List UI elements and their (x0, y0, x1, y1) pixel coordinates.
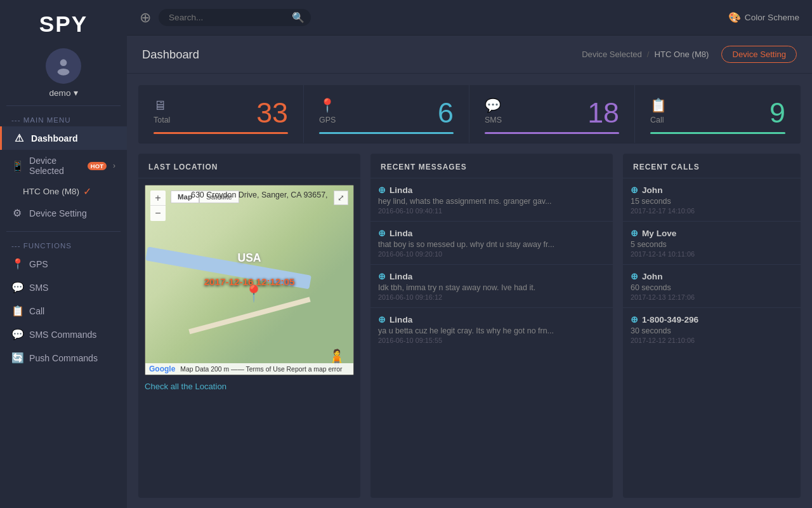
call-time-1: 2017-12-14 10:11:06 (631, 250, 793, 258)
plus-icon[interactable]: ⊕ (140, 9, 151, 26)
sms-commands-icon: 💬 (11, 328, 23, 340)
contact-icon: ⊕ (378, 185, 386, 195)
dashboard-icon: ⚠ (13, 132, 25, 144)
msg-time-2: 2016-06-10 09:16:12 (378, 293, 605, 301)
sidebar-item-call[interactable]: 📋 Call (0, 299, 127, 323)
stat-cards: 🖥 Total 33 📍 GPS 6 💬 SMS 18 📋 Call 9 (138, 85, 801, 144)
map-country-label: USA (237, 251, 261, 265)
color-scheme-label: Color Scheme (745, 13, 799, 22)
msg-text-1: that boy is so messed up. why dnt u stay… (378, 240, 556, 249)
recent-messages-title: RECENT MESSAGES (370, 154, 613, 178)
sidebar-item-label: Dashboard (31, 133, 78, 144)
map-controls: + − (150, 190, 166, 221)
msg-time-1: 2016-06-10 09:20:10 (378, 250, 605, 258)
contact-icon: ⊕ (631, 185, 638, 195)
recent-calls-title: RECENT CALLS (623, 154, 801, 178)
messages-list: ⊕ Linda hey lind, whats the assignment m… (370, 178, 613, 351)
avatar (46, 48, 81, 84)
last-location-body: USA 2017-12-16 12:12:05 📍 🧍 + − Map Sate… (138, 178, 360, 498)
contact-icon: ⊕ (378, 314, 386, 324)
sidebar-item-push-commands[interactable]: 🔄 Push Commands (0, 346, 127, 370)
user-avatar-wrap: demo ▾ (0, 43, 127, 102)
stat-bar-sms (485, 132, 619, 134)
sidebar-item-label: Device Setting (29, 208, 87, 218)
sidebar-item-device-selected[interactable]: 📱 Device Selected HOT › (0, 150, 127, 182)
functions-label: --- FUNCTIONS (0, 236, 127, 252)
call-contact-2: ⊕ John (631, 271, 793, 281)
call-duration-2: 60 seconds (631, 283, 793, 292)
check-icon: ✓ (83, 185, 91, 197)
msg-time-3: 2016-06-10 09:15:55 (378, 337, 605, 344)
stat-bar-total (154, 132, 288, 134)
main-content: ⊕ 🔍 🎨 Color Scheme Dashboard Device Sele… (127, 0, 812, 508)
contact-icon: ⊕ (631, 228, 638, 238)
sidebar-item-device-setting[interactable]: ⚙ Device Setting (0, 201, 127, 225)
main-menu-label: --- MAIN MENU (0, 110, 127, 126)
sidebar-device-sub[interactable]: HTC One (M8) ✓ (0, 182, 127, 201)
breadcrumb-slash: / (647, 50, 650, 59)
map-zoom-out-button[interactable]: − (150, 206, 166, 221)
recent-messages-panel: RECENT MESSAGES ⊕ Linda hey lind, whats … (370, 154, 613, 498)
call-duration-0: 15 seconds (631, 197, 793, 206)
map-expand-button[interactable]: ⤢ (334, 190, 348, 205)
svg-point-0 (60, 59, 67, 66)
page-title: Dashboard (142, 48, 199, 62)
topbar: ⊕ 🔍 🎨 Color Scheme (127, 0, 812, 36)
sidebar-item-sms-commands[interactable]: 💬 SMS Commands (0, 323, 127, 346)
list-item[interactable]: ⊕ My Love 5 seconds 2017-12-14 10:11:06 (623, 222, 801, 265)
search-wrap: 🔍 (159, 9, 311, 26)
stat-label-call: Call (650, 116, 785, 124)
calls-list: ⊕ John 15 seconds 2017-12-17 14:10:06 ⊕ … (623, 178, 801, 351)
stat-card-gps: 📍 GPS 6 (304, 85, 469, 143)
list-item[interactable]: ⊕ John 60 seconds 2017-12-13 12:17:06 (623, 265, 801, 308)
msg-contact-1: ⊕ Linda (378, 228, 605, 238)
list-item[interactable]: ⊕ Linda hey lind, whats the assignment m… (370, 178, 613, 222)
username: demo ▾ (49, 88, 77, 98)
list-item[interactable]: ⊕ Linda that boy is so messed up. why dn… (370, 222, 613, 265)
sidebar: SPY demo ▾ --- MAIN MENU ⚠ Dashboard 📱 D… (0, 0, 127, 508)
list-item[interactable]: ⊕ 1-800-349-296 30 seconds 2017-12-12 21… (623, 308, 801, 351)
search-input[interactable] (159, 9, 311, 26)
list-item[interactable]: ⊕ Linda ya u betta cuz he legit cray. It… (370, 308, 613, 351)
last-location-title: LAST LOCATION (138, 154, 360, 178)
map-marker-icon: 📍 (244, 284, 264, 303)
page-header: Dashboard Device Selected / HTC One (M8)… (127, 36, 812, 74)
recent-calls-panel: RECENT CALLS ⊕ John 15 seconds 2017-12-1… (623, 154, 801, 498)
device-setting-button[interactable]: Device Setting (721, 46, 797, 63)
list-item[interactable]: ⊕ Linda Idk tbh, imma try n stay away no… (370, 265, 613, 308)
sidebar-item-label: GPS (29, 259, 48, 269)
msg-time-0: 2016-06-10 09:40:11 (378, 207, 605, 215)
call-time-0: 2017-12-17 14:10:06 (631, 207, 793, 215)
map-footer: Google Map Data 200 m —— Terms of Use Re… (145, 363, 353, 375)
call-duration-3: 30 seconds (631, 326, 793, 335)
map-zoom-in-button[interactable]: + (150, 190, 166, 206)
call-time-2: 2017-12-13 12:17:06 (631, 293, 793, 301)
msg-text-3: ya u betta cuz he legit cray. Its why he… (378, 326, 556, 335)
map-container[interactable]: USA 2017-12-16 12:12:05 📍 🧍 + − Map Sate… (145, 185, 354, 375)
call-stat-icon: 📋 (650, 98, 785, 113)
sidebar-item-gps[interactable]: 📍 GPS (0, 252, 127, 276)
map-address: 630 Croydon Drive, Sanger, CA 93657, (191, 190, 328, 199)
stat-bar-call (650, 132, 785, 134)
sidebar-item-label: Device Selected (29, 156, 80, 176)
contact-icon: ⊕ (378, 271, 386, 281)
check-location-link[interactable]: Check all the Location (145, 375, 354, 391)
breadcrumb: Device Selected / HTC One (M8) Device Se… (582, 46, 797, 63)
sidebar-item-dashboard[interactable]: ⚠ Dashboard (0, 126, 127, 150)
stat-card-total: 🖥 Total 33 (138, 85, 304, 143)
call-duration-1: 5 seconds (631, 240, 793, 249)
sidebar-item-sms[interactable]: 💬 SMS (0, 276, 127, 299)
color-scheme-icon: 🎨 (728, 11, 741, 23)
call-contact-1: ⊕ My Love (631, 228, 793, 238)
gps-icon: 📍 (11, 258, 23, 270)
sms-icon: 💬 (11, 281, 23, 293)
dropdown-arrow-icon: ▾ (74, 88, 78, 98)
list-item[interactable]: ⊕ John 15 seconds 2017-12-17 14:10:06 (623, 178, 801, 222)
bottom-panels: LAST LOCATION USA 2017-12-16 12:12:05 📍 … (127, 144, 812, 508)
sidebar-item-label: SMS (29, 283, 49, 293)
color-scheme-button[interactable]: 🎨 Color Scheme (728, 11, 799, 23)
stat-card-call: 📋 Call 9 (635, 85, 801, 143)
search-button[interactable]: 🔍 (292, 11, 304, 23)
msg-contact-0: ⊕ Linda (378, 185, 605, 195)
map-inner: USA 2017-12-16 12:12:05 📍 🧍 (145, 185, 353, 375)
